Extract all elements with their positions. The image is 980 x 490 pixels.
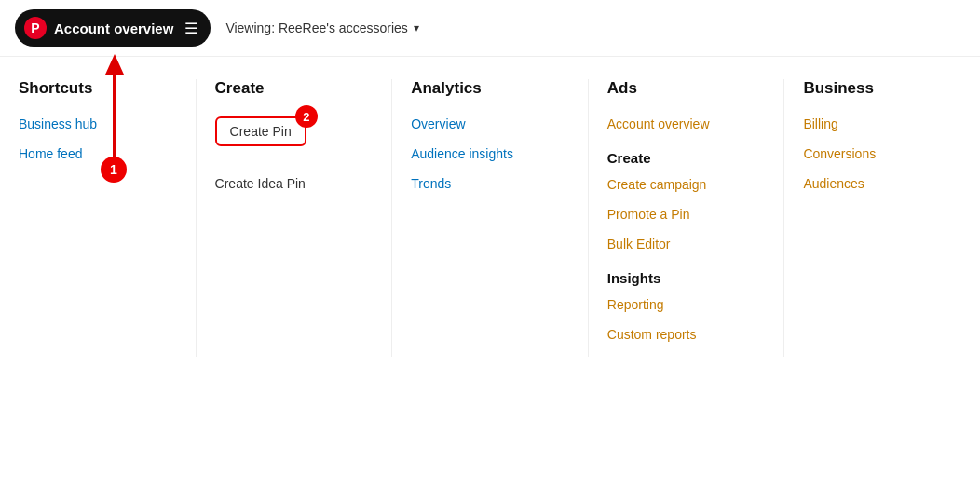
trends-link[interactable]: Trends [411,176,569,191]
analytics-column: Analytics Overview Audience insights Tre… [392,79,589,357]
ads-create-subheader: Create [607,150,766,166]
analytics-overview-link[interactable]: Overview [411,116,569,131]
create-header: Create [215,79,374,98]
business-column: Business Billing Conversions Audiences [784,79,980,357]
brand-button[interactable]: P Account overview ☰ [15,9,211,47]
custom-reports-link[interactable]: Custom reports [607,327,766,342]
ads-column: Ads Account overview Create Create campa… [589,79,785,357]
conversions-link[interactable]: Conversions [803,146,961,161]
viewing-label: Viewing: ReeRee's accessories [225,20,407,35]
chevron-down-icon: ▾ [414,21,419,34]
create-column: Create Create Pin 2 Create Idea Pin [197,79,393,357]
promote-pin-link[interactable]: Promote a Pin [607,207,766,222]
billing-link[interactable]: Billing [803,116,961,131]
shortcuts-header: Shortcuts [19,79,177,98]
audiences-link[interactable]: Audiences [803,176,961,191]
business-hub-link[interactable]: Business hub [19,116,177,131]
annotation-badge-2: 2 [295,105,318,128]
bulk-editor-link[interactable]: Bulk Editor [607,237,766,252]
create-pin-button[interactable]: Create Pin 2 [215,116,306,146]
insights-subheader: Insights [607,270,766,286]
home-feed-link[interactable]: Home feed [19,146,177,161]
create-idea-pin-link[interactable]: Create Idea Pin [215,176,374,191]
business-header: Business [803,79,961,98]
header: P Account overview ☰ Viewing: ReeRee's a… [0,0,980,57]
hamburger-icon: ☰ [184,20,197,37]
ads-header: Ads [607,79,766,98]
shortcuts-column: Shortcuts Business hub Home feed [0,79,197,357]
audience-insights-link[interactable]: Audience insights [411,146,569,161]
account-overview-link[interactable]: Account overview [607,116,766,131]
main-content: Shortcuts Business hub Home feed Create … [0,57,980,379]
viewing-selector[interactable]: Viewing: ReeRee's accessories ▾ [225,20,418,35]
pinterest-icon: P [24,17,47,39]
brand-label: Account overview [54,20,173,36]
reporting-link[interactable]: Reporting [607,297,766,312]
create-campaign-link[interactable]: Create campaign [607,177,766,192]
analytics-header: Analytics [411,79,569,98]
